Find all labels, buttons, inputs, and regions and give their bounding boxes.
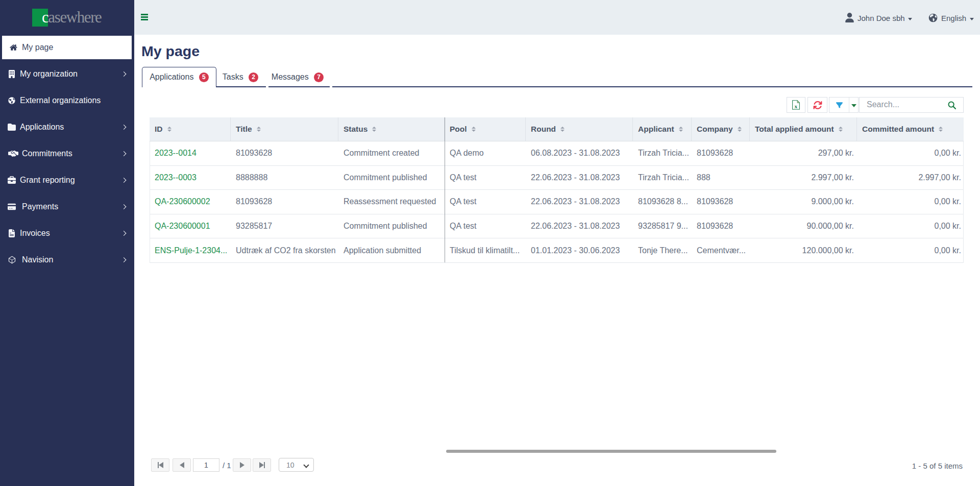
svg-text:x: x (794, 103, 797, 109)
